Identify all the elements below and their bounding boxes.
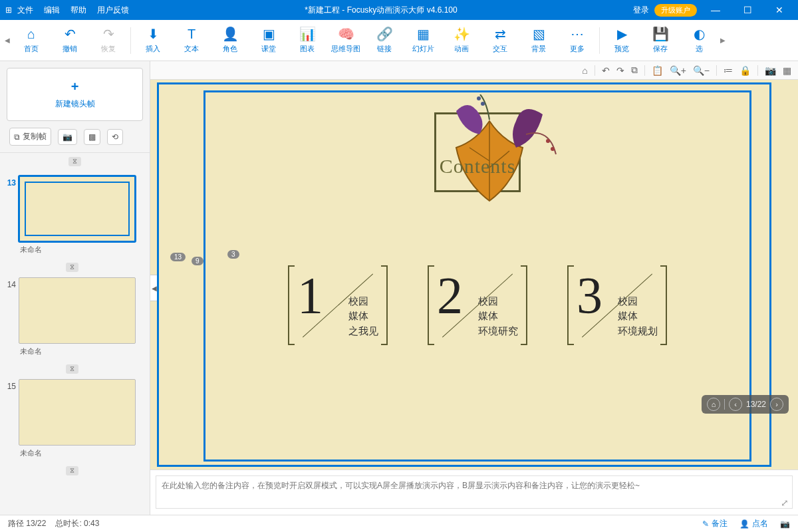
canvas-tool-4[interactable]: 📋 [652,65,663,76]
close-button[interactable]: ✕ [766,5,793,15]
login-link[interactable]: 登录 [633,5,649,16]
link-button-icon: 🔗 [376,27,393,41]
canvas-tool-1[interactable]: ↶ [602,65,610,76]
preview-button[interactable]: ▶预览 [602,22,641,59]
frame-marker-9[interactable]: 9 [192,257,203,265]
class-button-icon: ▣ [263,27,275,41]
insert-button[interactable]: ⬇插入 [134,22,172,59]
canvas-viewport[interactable]: ◀ [150,80,798,469]
refresh-icon: ⟲ [112,132,118,142]
menu-help[interactable]: 帮助 [70,5,86,16]
canvas-tool-2[interactable]: ↷ [616,65,624,76]
animation-button[interactable]: ✨动画 [442,22,481,59]
select-button[interactable]: ◐选 [680,22,718,59]
camera-icon: 📷 [780,519,790,529]
frame-thumb[interactable] [19,379,136,446]
contents-header: Contents [434,112,521,178]
link-button[interactable]: 🔗链接 [365,22,404,59]
more-button-icon: ⋯ [571,27,584,41]
qr-button[interactable]: ▩ [84,129,100,145]
section-2[interactable]: 2 校园媒体环境研究 [428,265,527,345]
maximize-button[interactable]: ☐ [734,5,761,15]
canvas-tool-7[interactable]: ≔ [724,65,733,76]
slide-frame[interactable]: Contents 1 校园媒体之我见 2 校园媒体环境研究 3 校园媒体环境规划 [203,90,751,462]
timer-chip[interactable]: ⧖ [0,154,150,166]
menu-feedback[interactable]: 用户反馈 [97,5,129,16]
status-duration: 总时长: 0:43 [55,518,99,529]
undo-button[interactable]: ↶撤销 [51,22,89,59]
status-camera-button[interactable]: 📷 [780,519,790,529]
text-button-icon: T [188,27,196,41]
background-button[interactable]: ▧背景 [519,22,558,59]
text-button[interactable]: T文本 [172,22,211,59]
home-button[interactable]: ⌂首页 [12,22,51,59]
canvas-tool-3[interactable]: ⧉ [631,65,638,76]
frame-timer-chip[interactable]: ⧖ [0,464,144,475]
minimize-button[interactable]: — [702,5,729,15]
frame-thumb[interactable] [19,277,136,344]
interact-button-icon: ⇄ [495,27,506,41]
canvas-tool-9[interactable]: 📷 [765,65,776,76]
camera-icon: 📷 [63,132,72,142]
frame-number: 14 [0,277,16,289]
role-button[interactable]: 👤角色 [211,22,249,59]
frame-marker-3[interactable]: 3 [227,250,239,259]
toolbar-collapse-left[interactable]: ◀ [3,20,12,61]
pencil-icon: ✎ [702,519,709,529]
animation-button-icon: ✨ [454,27,470,41]
section-text: 校园媒体之我见 [348,294,378,339]
copy-icon: ⧉ [14,132,20,142]
frame-list[interactable]: 13 未命名 ⧖14 未命名 ⧖15 未命名 ⧖ [0,172,150,515]
upgrade-button[interactable]: 升级账户 [654,4,697,17]
menu-file[interactable]: 文件 [17,5,33,16]
frame-card-13[interactable]: 未命名 [19,176,144,257]
section-text: 校园媒体环境研究 [478,294,518,339]
save-button[interactable]: 💾保存 [641,22,680,59]
new-frame-label: 新建镜头帧 [55,98,95,110]
new-frame-button[interactable]: + 新建镜头帧 [7,68,143,121]
qr-icon: ▩ [88,132,96,142]
sidebar-tools: ⧉ 复制帧 📷 ▩ ⟲ [0,125,150,153]
menu-edit[interactable]: 编辑 [44,5,60,16]
canvas-tool-0[interactable]: ⌂ [582,65,587,76]
frame-marker-13[interactable]: 13 [170,253,186,261]
mindmap-button[interactable]: 🧠思维导图 [327,22,365,59]
status-rollcall-button[interactable]: 👤点名 [739,518,768,529]
frame-card-15[interactable]: 未命名 [19,379,144,461]
frame-thumb[interactable] [19,176,136,242]
notes-panel: ⤢ [150,469,798,515]
main-toolbar: ◀ ⌂首页↶撤销↷恢复 ⬇插入T文本👤角色▣课堂📊图表🧠思维导图🔗链接▦幻灯片✨… [0,20,798,61]
mindmap-button-icon: 🧠 [338,27,354,41]
frame-card-14[interactable]: 未命名 [19,277,144,359]
canvas-tool-8[interactable]: 🔒 [739,65,751,76]
chart-button[interactable]: 📊图表 [288,22,327,59]
section-3[interactable]: 3 校园媒体环境规划 [567,265,667,345]
canvas-tool-6[interactable]: 🔍− [693,65,710,76]
canvas-tool-5[interactable]: 🔍+ [670,65,686,76]
canvas-tool-10[interactable]: ▦ [783,65,791,76]
nav-home-icon[interactable]: ⌂ [707,398,720,411]
frame-timer-chip[interactable]: ⧖ [0,362,144,374]
nav-prev-button[interactable]: ‹ [729,398,742,411]
interact-button[interactable]: ⇄交互 [481,22,519,59]
workspace: + 新建镜头帧 ⧉ 复制帧 📷 ▩ ⟲ ⧖ 13 未命名 ⧖14 未命名 ⧖15… [0,61,798,515]
notes-input[interactable] [156,475,793,509]
slide-button[interactable]: ▦幻灯片 [404,22,442,59]
class-button[interactable]: ▣课堂 [249,22,288,59]
frame-timer-chip[interactable]: ⧖ [0,260,144,272]
redo-button[interactable]: ↷恢复 [89,22,128,59]
notes-expand-icon[interactable]: ⤢ [781,497,789,508]
timer-icon: ⧖ [68,157,81,166]
copy-frame-button[interactable]: ⧉ 复制帧 [9,128,51,146]
refresh-button[interactable]: ⟲ [107,129,123,145]
statusbar: 路径 13/22 总时长: 0:43 ✎备注 👤点名 📷 [0,515,798,532]
status-notes-button[interactable]: ✎备注 [702,518,728,529]
nav-next-button[interactable]: › [770,398,783,411]
section-text: 校园媒体环境规划 [618,294,658,339]
camera-button[interactable]: 📷 [58,129,77,145]
svg-point-1 [481,102,485,106]
toolbar-collapse-right[interactable]: ▶ [718,20,728,61]
contents-title: Contents [434,155,521,178]
section-1[interactable]: 1 校园媒体之我见 [288,265,388,345]
more-button[interactable]: ⋯更多 [558,22,597,59]
